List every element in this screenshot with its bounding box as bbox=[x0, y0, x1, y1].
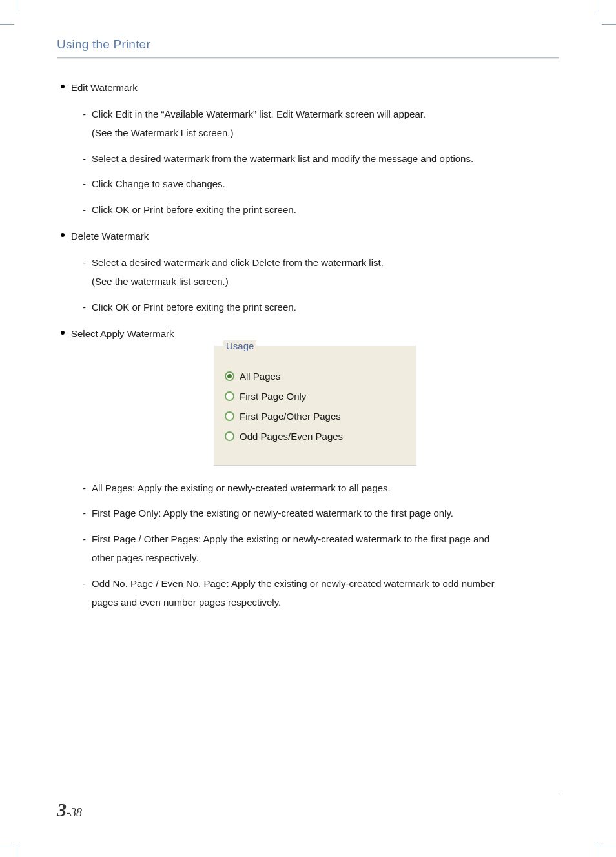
list-item: - Click Edit in the “Available Watermark… bbox=[71, 106, 559, 141]
chapter-number: 3 bbox=[57, 799, 67, 820]
item-title: Delete Watermark bbox=[71, 231, 149, 242]
header-divider bbox=[57, 57, 559, 59]
item-text: Select a desired watermark from the wate… bbox=[92, 153, 473, 164]
list-item: - First Page / Other Pages: Apply the ex… bbox=[71, 531, 559, 566]
dash-icon: - bbox=[83, 254, 86, 271]
radio-option[interactable]: All Pages bbox=[225, 371, 406, 382]
dash-icon: - bbox=[83, 480, 86, 497]
item-text-cont: (See the Watermark List screen.) bbox=[92, 125, 559, 141]
list-item: - First Page Only: Apply the existing or… bbox=[71, 505, 559, 522]
page: Using the Printer Edit Watermark - Click… bbox=[0, 0, 616, 857]
item-text: Select a desired watermark and click Del… bbox=[92, 257, 384, 268]
content-list: Edit Watermark - Click Edit in the “Avai… bbox=[57, 81, 559, 611]
description-list: - All Pages: Apply the existing or newly… bbox=[71, 480, 559, 611]
list-item: - Odd No. Page / Even No. Page: Apply th… bbox=[71, 575, 559, 611]
dash-icon: - bbox=[83, 176, 86, 192]
item-text: First Page / Other Pages: Apply the exis… bbox=[92, 533, 489, 544]
item-text-cont: (See the watermark list screen.) bbox=[92, 273, 559, 290]
radio-label: First Page/Other Pages bbox=[240, 411, 341, 422]
item-text: Odd No. Page / Even No. Page: Apply the … bbox=[92, 578, 495, 589]
page-number: 3-38 bbox=[57, 799, 559, 821]
radio-label: Odd Pages/Even Pages bbox=[240, 431, 343, 442]
dash-icon: - bbox=[83, 575, 86, 592]
usage-groupbox: Usage All Pages First Page Only First Pa… bbox=[214, 346, 416, 466]
dash-icon: - bbox=[83, 150, 86, 167]
list-item: Delete Watermark - Select a desired wate… bbox=[57, 229, 559, 315]
radio-option[interactable]: Odd Pages/Even Pages bbox=[225, 431, 406, 442]
groupbox-legend: Usage bbox=[223, 340, 256, 351]
list-item: - Click OK or Print before exiting the p… bbox=[71, 299, 559, 316]
radio-icon bbox=[225, 391, 234, 401]
item-text-cont: pages and even number pages respectively… bbox=[92, 594, 559, 611]
page-title: Using the Printer bbox=[57, 37, 559, 52]
dash-icon: - bbox=[83, 505, 86, 522]
list-item: - Click Change to save changes. bbox=[71, 176, 559, 192]
list-item: Edit Watermark - Click Edit in the “Avai… bbox=[57, 81, 559, 218]
item-title: Select Apply Watermark bbox=[71, 328, 174, 339]
radio-label: All Pages bbox=[240, 371, 280, 382]
radio-icon bbox=[225, 371, 234, 381]
bullet-icon bbox=[61, 233, 65, 237]
item-text-cont: other pages respectively. bbox=[92, 550, 559, 566]
dash-icon: - bbox=[83, 531, 86, 548]
radio-icon bbox=[225, 431, 234, 441]
item-text: Click Edit in the “Available Watermark” … bbox=[92, 108, 426, 119]
item-text: Click OK or Print before exiting the pri… bbox=[92, 302, 296, 313]
footer: 3-38 bbox=[57, 792, 559, 821]
dash-icon: - bbox=[83, 106, 86, 123]
list-item: - Select a desired watermark and click D… bbox=[71, 254, 559, 290]
radio-option[interactable]: First Page Only bbox=[225, 391, 406, 402]
footer-divider bbox=[57, 792, 559, 792]
list-item: - All Pages: Apply the existing or newly… bbox=[71, 480, 559, 497]
dash-icon: - bbox=[83, 299, 86, 316]
item-title: Edit Watermark bbox=[71, 82, 138, 93]
bullet-icon bbox=[61, 331, 65, 335]
item-text: Click Change to save changes. bbox=[92, 178, 225, 189]
list-item: - Select a desired watermark from the wa… bbox=[71, 150, 559, 167]
radio-label: First Page Only bbox=[240, 391, 306, 402]
radio-icon bbox=[225, 411, 234, 421]
list-item: - Click OK or Print before exiting the p… bbox=[71, 201, 559, 218]
sub-list: - Click Edit in the “Available Watermark… bbox=[71, 106, 559, 218]
radio-option[interactable]: First Page/Other Pages bbox=[225, 411, 406, 422]
dash-icon: - bbox=[83, 201, 86, 218]
item-text: First Page Only: Apply the existing or n… bbox=[92, 508, 453, 519]
item-text: All Pages: Apply the existing or newly-c… bbox=[92, 482, 391, 493]
page-subnumber: 38 bbox=[70, 806, 82, 819]
sub-list: - Select a desired watermark and click D… bbox=[71, 254, 559, 316]
list-item: Select Apply Watermark Usage All Pages F… bbox=[57, 327, 559, 611]
item-text: Click OK or Print before exiting the pri… bbox=[92, 204, 296, 215]
bullet-icon bbox=[61, 85, 65, 88]
